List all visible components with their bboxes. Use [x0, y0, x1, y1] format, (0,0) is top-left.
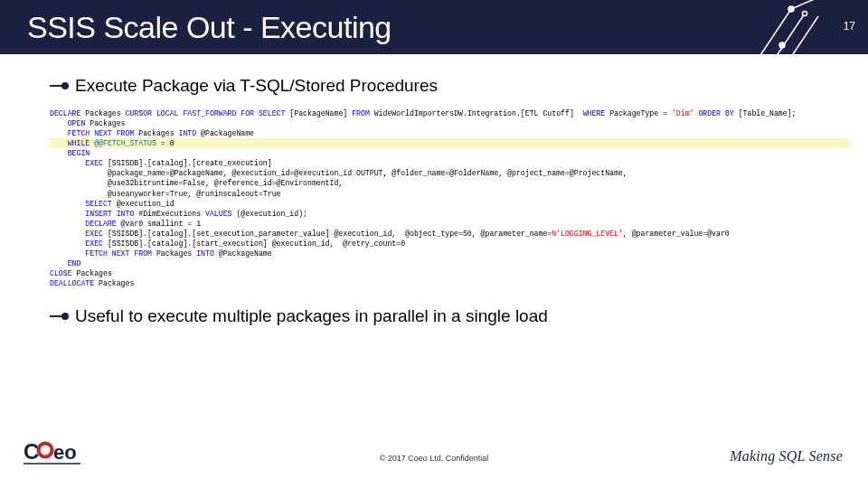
- code-line: INSERT INTO #DimExecutions VALUES (@exec…: [50, 209, 850, 219]
- slide-header: SSIS Scale Out - Executing 17: [0, 0, 868, 54]
- bullet-icon: [50, 81, 70, 90]
- slide-footer: C eo © 2017 Coeo Ltd. Confidential Makin…: [0, 436, 868, 481]
- bullet-item: Useful to execute multiple packages in p…: [50, 306, 841, 326]
- bullet-section-1: Execute Package via T-SQL/Stored Procedu…: [0, 54, 868, 96]
- code-line: OPEN Packages: [50, 118, 850, 128]
- code-line: DECLARE @var0 smallint = 1: [50, 219, 850, 229]
- tagline-text: Making SQL Sense: [730, 448, 843, 465]
- code-line: EXEC [SSISDB].[catalog].[set_execution_p…: [50, 229, 850, 239]
- corner-lines-icon: [746, 0, 827, 72]
- code-line-highlight: WHILE @@FETCH_STATUS = 0: [50, 138, 850, 148]
- code-line: CLOSE Packages: [50, 268, 850, 278]
- code-line: SELECT @execution_id: [50, 199, 850, 209]
- bullet-text: Execute Package via T-SQL/Stored Procedu…: [75, 76, 438, 96]
- bullet-icon: [50, 312, 70, 321]
- svg-point-5: [779, 42, 785, 48]
- svg-line-6: [791, 0, 823, 9]
- svg-line-0: [755, 9, 791, 63]
- code-line: END: [50, 258, 850, 268]
- slide-title: SSIS Scale Out - Executing: [27, 10, 392, 45]
- svg-point-10: [61, 313, 69, 320]
- svg-point-4: [803, 12, 807, 16]
- bullet-text: Useful to execute multiple packages in p…: [75, 306, 548, 326]
- svg-point-8: [61, 82, 69, 89]
- code-line: @package_name=@PackageName, @execution_i…: [50, 168, 850, 178]
- bullet-section-2: Useful to execute multiple packages in p…: [0, 303, 868, 326]
- code-line: EXEC [SSISDB].[catalog].[create_executio…: [50, 158, 850, 168]
- sql-code-block: DECLARE Packages CURSOR LOCAL FAST_FORWA…: [0, 108, 868, 288]
- svg-line-1: [769, 14, 805, 68]
- code-line: FETCH NEXT FROM Packages INTO @PackageNa…: [50, 249, 850, 258]
- code-line: @use32bitruntime=False, @reference_id=@E…: [50, 178, 850, 188]
- code-line: @useanyworker=True, @runinscaleout=True: [50, 189, 850, 199]
- code-line: BEGIN: [50, 148, 850, 158]
- page-number: 17: [844, 20, 855, 33]
- code-line: EXEC [SSISDB].[catalog].[start_execution…: [50, 239, 850, 249]
- code-line: FETCH NEXT FROM Packages INTO @PackageNa…: [50, 128, 850, 138]
- code-line: DECLARE Packages CURSOR LOCAL FAST_FORWA…: [50, 108, 850, 118]
- svg-line-2: [782, 16, 818, 70]
- bullet-item: Execute Package via T-SQL/Stored Procedu…: [50, 76, 841, 96]
- code-line: DEALLOCATE Packages: [50, 278, 850, 288]
